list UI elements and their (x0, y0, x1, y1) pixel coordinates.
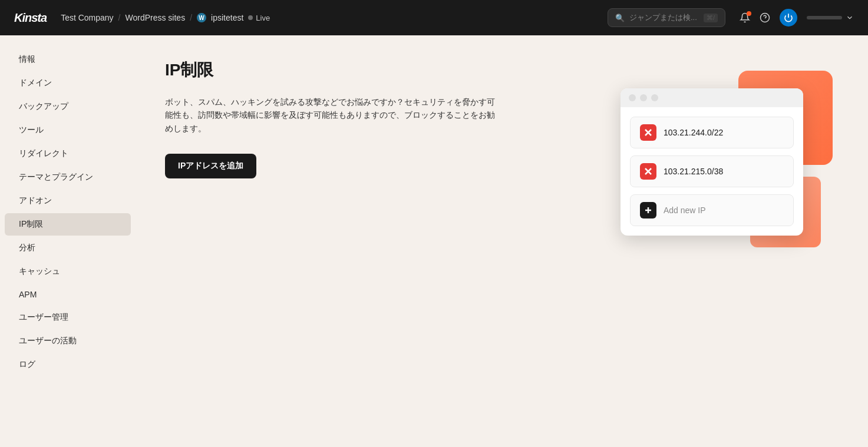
sidebar-item-info[interactable]: 情報 (5, 48, 131, 71)
sidebar-item-addons[interactable]: アドオン (5, 190, 131, 212)
illustration: 103.21.244.0/22 103.21.215.0/38 (621, 71, 833, 259)
add-ip-plus-icon (640, 202, 656, 218)
live-badge: Live (248, 14, 270, 22)
add-new-ip-label: Add new IP (664, 206, 706, 215)
ip-row-1: 103.21.244.0/22 (630, 117, 794, 148)
ip-row-2: 103.21.215.0/38 (630, 155, 794, 187)
browser-dot-3 (651, 94, 658, 101)
live-dot (248, 15, 253, 20)
main-content: IP制限 ボット、スパム、ハッキングを試みる攻撃などでお悩みですか？セキュリティ… (136, 35, 868, 447)
layout: 情報 ドメイン バックアップ ツール リダイレクト テーマとプラグイン アドオン… (0, 35, 868, 447)
search-icon: 🔍 (615, 14, 625, 22)
live-label: Live (256, 14, 270, 22)
header: Kinsta Test Company / WordPress sites / … (0, 0, 868, 35)
sidebar-item-apm[interactable]: APM (5, 284, 131, 305)
browser-dot-2 (640, 94, 647, 101)
sidebar-item-user-activity[interactable]: ユーザーの活動 (5, 330, 131, 352)
sidebar-item-themes-plugins[interactable]: テーマとプラグイン (5, 166, 131, 188)
add-ip-row[interactable]: Add new IP (630, 194, 794, 226)
chevron-down-icon (846, 14, 854, 22)
search-placeholder: ジャンプまたは検... (629, 12, 699, 23)
logo: Kinsta (14, 11, 47, 25)
sidebar-item-backup[interactable]: バックアップ (5, 95, 131, 118)
browser-content: 103.21.244.0/22 103.21.215.0/38 (621, 107, 803, 236)
ip-address-1: 103.21.244.0/22 (664, 128, 723, 137)
breadcrumb-nav: Test Company / WordPress sites / W ipsit… (61, 13, 270, 22)
sidebar: 情報 ドメイン バックアップ ツール リダイレクト テーマとプラグイン アドオン… (0, 35, 136, 447)
sidebar-item-ip-restriction[interactable]: IP制限 (5, 213, 131, 236)
user-bar (807, 16, 842, 19)
ip-remove-button-1[interactable] (640, 124, 656, 141)
browser-window: 103.21.244.0/22 103.21.215.0/38 (621, 88, 803, 236)
browser-dot-1 (629, 94, 636, 101)
sidebar-item-logs[interactable]: ログ (5, 353, 131, 376)
wordpress-icon: W (197, 13, 206, 22)
company-link[interactable]: Test Company (61, 13, 113, 22)
sidebar-item-analytics[interactable]: 分析 (5, 237, 131, 259)
sidebar-item-tools[interactable]: ツール (5, 119, 131, 141)
add-ip-button[interactable]: IPアドレスを追加 (165, 154, 256, 178)
sidebar-item-redirect[interactable]: リダイレクト (5, 143, 131, 165)
sites-link[interactable]: WordPress sites (126, 13, 186, 22)
sidebar-item-cache[interactable]: キャッシュ (5, 260, 131, 283)
header-actions (740, 9, 854, 27)
sidebar-item-user-mgmt[interactable]: ユーザー管理 (5, 306, 131, 329)
search-bar[interactable]: 🔍 ジャンプまたは検... ⌘/ (608, 8, 725, 27)
ip-address-2: 103.21.215.0/38 (664, 167, 723, 176)
site-name-link[interactable]: ipsitetest (211, 13, 243, 22)
help-button[interactable] (760, 12, 770, 23)
power-button[interactable] (780, 9, 797, 27)
sidebar-item-domain[interactable]: ドメイン (5, 72, 131, 94)
user-menu[interactable] (807, 14, 854, 22)
browser-bar (621, 88, 803, 107)
sep2: / (190, 13, 192, 22)
notifications-button[interactable] (740, 12, 750, 23)
notification-dot (747, 11, 751, 16)
search-shortcut: ⌘/ (704, 14, 718, 22)
page-description: ボット、スパム、ハッキングを試みる攻撃などでお悩みですか？セキュリティを脅かす可… (165, 95, 495, 135)
sep1: / (118, 13, 121, 22)
ip-remove-button-2[interactable] (640, 163, 656, 180)
